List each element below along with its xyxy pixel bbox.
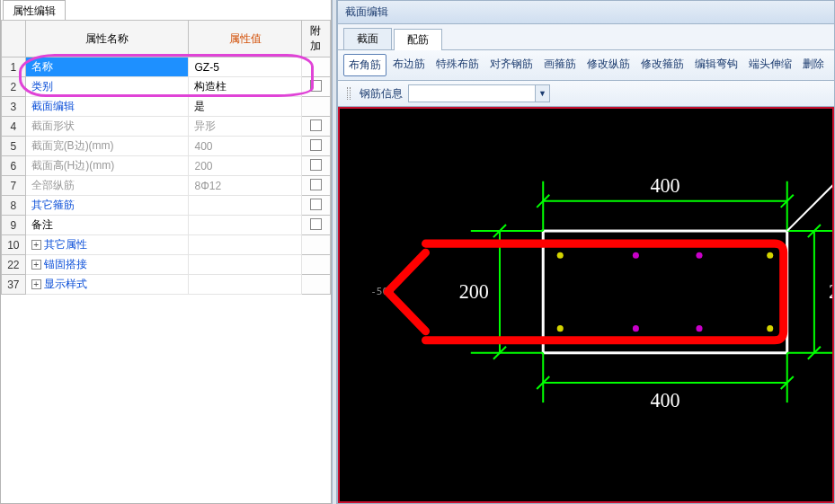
tool-画箍筋[interactable]: 画箍筋 [539,54,581,76]
expand-icon[interactable]: + [31,260,41,270]
rebar-info-input[interactable] [409,85,535,102]
property-add-cell[interactable] [301,77,330,97]
property-name-cell[interactable]: +锚固搭接 [25,255,189,275]
property-value-cell[interactable]: 200 [189,156,301,176]
section-canvas[interactable]: 400400200200-500 [338,107,834,503]
tab-配筋[interactable]: 配筋 [394,29,442,50]
property-name-cell[interactable]: 截面形状 [25,117,189,137]
expand-icon[interactable]: + [31,240,41,250]
property-name-cell[interactable]: 截面编辑 [25,97,189,117]
table-row[interactable]: 2类别构造柱 [2,77,331,97]
table-row[interactable]: 3截面编辑是 [2,97,331,117]
property-add-cell[interactable] [301,117,330,137]
checkbox-icon[interactable] [310,179,322,190]
property-add-cell[interactable] [301,57,330,77]
tool-删除[interactable]: 删除 [798,54,829,76]
table-row[interactable]: 8其它箍筋 [2,196,331,216]
property-add-cell[interactable] [301,255,330,275]
col-add-header: 附加 [301,21,330,57]
rebar-info-combo[interactable]: ▼ [408,84,550,102]
property-name-cell[interactable]: +显示样式 [25,275,189,295]
tool-修改箍筋[interactable]: 修改箍筋 [636,54,688,76]
row-number: 10 [2,235,26,255]
checkbox-icon[interactable] [310,119,322,131]
checkbox-icon[interactable] [310,159,322,171]
gripper-icon [347,87,351,100]
row-number: 7 [2,176,26,196]
tool-布边筋[interactable]: 布边筋 [388,54,430,76]
property-value-cell[interactable] [189,275,301,295]
svg-point-30 [767,252,773,259]
property-name-cell[interactable]: +其它属性 [25,235,189,255]
row-number: 22 [2,255,26,275]
checkbox-icon[interactable] [310,218,322,230]
tab-截面[interactable]: 截面 [343,28,392,49]
svg-rect-0 [543,231,786,353]
table-row[interactable]: 22+锚固搭接 [2,255,331,275]
table-row[interactable]: 37+显示样式 [2,275,331,295]
property-value-cell[interactable] [189,255,301,275]
property-name-cell[interactable]: 全部纵筋 [25,176,189,196]
checkbox-icon[interactable] [310,199,322,210]
svg-point-29 [696,252,702,259]
svg-point-34 [767,325,773,332]
property-value-cell[interactable]: 异形 [189,117,301,137]
property-add-cell[interactable] [301,137,330,156]
tool-修改纵筋[interactable]: 修改纵筋 [582,54,635,76]
table-row[interactable]: 4截面形状异形 [2,117,331,137]
property-name-cell[interactable]: 名称 [25,57,189,77]
property-grid: 属性名称 属性值 附加 1名称GZ-52类别构造柱3截面编辑是4截面形状异形5截… [1,20,331,295]
property-value-cell[interactable]: GZ-5 [189,57,301,77]
property-add-cell[interactable] [301,216,330,235]
row-number: 8 [2,196,26,216]
section-editor-panel: 截面编辑 截面配筋 布角筋布边筋特殊布筋对齐钢筋画箍筋修改纵筋修改箍筋编辑弯钩端… [337,0,835,504]
checkbox-icon[interactable] [310,139,322,151]
property-value-cell[interactable]: 构造柱 [189,77,301,97]
tool-特殊布筋[interactable]: 特殊布筋 [431,54,484,76]
expand-icon[interactable]: + [31,279,41,289]
row-number: 5 [2,137,26,156]
property-value-cell[interactable] [189,216,301,235]
col-value-header: 属性值 [189,21,301,57]
table-row[interactable]: 6截面高(H边)(mm)200 [2,156,331,176]
table-row[interactable]: 10+其它属性 [2,235,331,255]
tool-对齐钢筋[interactable]: 对齐钢筋 [485,54,537,76]
row-number: 4 [2,117,26,137]
property-add-cell[interactable] [301,275,330,295]
property-name-cell[interactable]: 类别 [25,77,189,97]
table-row[interactable]: 7全部纵筋8Φ12 [2,176,331,196]
property-add-cell[interactable] [301,235,330,255]
tool-端头伸缩[interactable]: 端头伸缩 [744,54,796,76]
property-name-cell[interactable]: 截面宽(B边)(mm) [25,137,189,156]
property-value-cell[interactable]: 8Φ12 [189,176,301,196]
property-value-cell[interactable] [189,235,301,255]
section-drawing: 400400200200-500 [340,109,832,501]
property-add-cell[interactable] [301,176,330,196]
table-row[interactable]: 1名称GZ-5 [2,57,331,77]
tool-编辑弯钩[interactable]: 编辑弯钩 [690,54,742,76]
tool-布角筋[interactable]: 布角筋 [343,54,386,76]
col-rownum-header [2,21,26,57]
checkbox-icon[interactable] [310,80,322,92]
property-add-cell[interactable] [301,156,330,176]
svg-point-28 [633,252,639,259]
property-value-cell[interactable] [189,196,301,216]
rebar-info-bar: 钢筋信息 ▼ [338,81,834,107]
property-add-cell[interactable] [301,196,330,216]
svg-point-31 [557,325,564,332]
section-tab-strip: 截面配筋 [338,24,834,50]
property-name-cell[interactable]: 备注 [25,216,189,235]
row-number: 37 [2,275,26,295]
property-name-cell[interactable]: 截面高(H边)(mm) [25,156,189,176]
table-row[interactable]: 9备注 [2,216,331,235]
tab-property-edit[interactable]: 属性编辑 [3,0,66,20]
chevron-down-icon[interactable]: ▼ [535,85,549,102]
property-value-cell[interactable]: 是 [189,97,301,117]
property-add-cell[interactable] [301,97,330,117]
table-row[interactable]: 5截面宽(B边)(mm)400 [2,137,331,156]
svg-text:200: 200 [459,280,489,303]
property-name-cell[interactable]: 其它箍筋 [25,196,189,216]
svg-line-26 [787,177,832,231]
col-name-header: 属性名称 [25,21,189,57]
property-value-cell[interactable]: 400 [189,137,301,156]
